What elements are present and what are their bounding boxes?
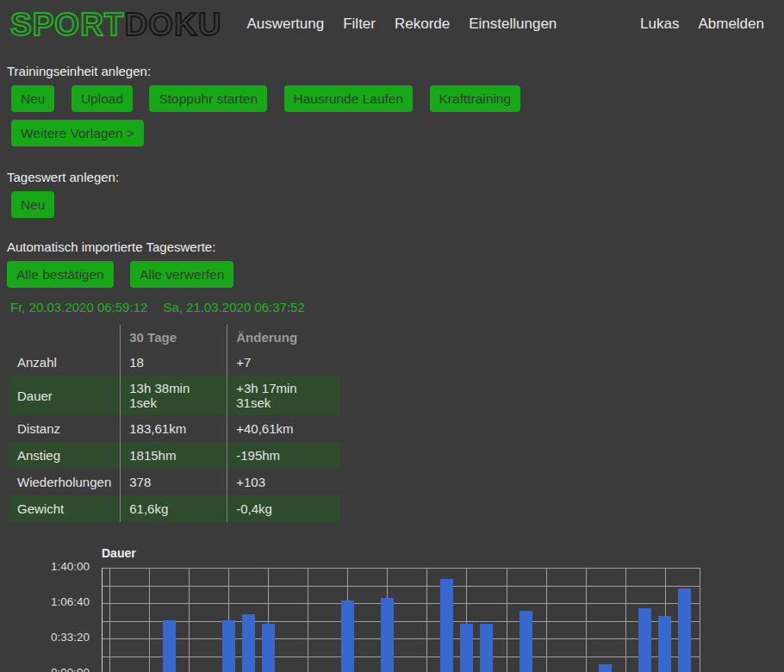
header-aenderung: Änderung: [227, 325, 341, 349]
navbar: SPORTDOKU Auswertung Filter Rekorde Eins…: [0, 0, 784, 48]
training-section-label: Trainingseinheit anlegen:: [7, 64, 777, 78]
chart-title: Dauer: [102, 546, 136, 560]
training-buttons-row: Neu Upload Stoppuhr starten Hausrunde La…: [11, 85, 777, 120]
duration-bar: [638, 608, 651, 672]
metric-change: +40,61km: [227, 415, 341, 442]
y-tick-label: 1:40:00: [7, 560, 90, 573]
table-row-wiederholungen: Wiederholungen 378 +103: [9, 469, 340, 495]
weitere-vorlagen-button[interactable]: Weitere Vorlagen >: [11, 120, 144, 146]
neu-tageswert-button[interactable]: Neu: [11, 191, 54, 218]
duration-bar: [599, 664, 612, 672]
table-row-dauer: Dauer 13h 38min 1sek +3h 17min 31sek: [9, 376, 340, 415]
v-gridline: [625, 569, 626, 672]
neu-training-button[interactable]: Neu: [11, 85, 54, 112]
tageswert-section-label: Tageswert anlegen:: [7, 170, 777, 184]
v-gridline: [149, 569, 150, 672]
metric-change: +103: [227, 469, 341, 495]
auto-import-section-label: Automatisch importierte Tageswerte:: [7, 240, 777, 254]
training-buttons-row2: Weitere Vorlagen >: [11, 120, 777, 154]
logo-doku: DOKU: [124, 7, 221, 42]
duration-bar: [341, 600, 354, 672]
v-gridline: [109, 569, 110, 672]
v-gridline: [586, 569, 587, 672]
metric-label: Anzahl: [9, 349, 121, 376]
metric-value: 378: [121, 469, 227, 495]
table-row-anstieg: Anstieg 1815hm -195hm: [9, 442, 340, 469]
header-30-tage: 30 Tage: [121, 325, 227, 349]
v-gridline: [308, 569, 308, 672]
duration-bar: [440, 579, 453, 672]
duration-bar: [480, 624, 493, 672]
stoppuhr-starten-button[interactable]: Stoppuhr starten: [149, 85, 267, 112]
upload-button[interactable]: Upload: [72, 85, 133, 112]
duration-chart-plot: [102, 568, 700, 672]
imported-value-link-1[interactable]: Fr, 20.03.2020 06:59:12: [10, 300, 147, 314]
duration-bar: [163, 620, 176, 672]
duration-bar: [460, 624, 473, 672]
metric-label: Wiederholungen: [9, 469, 121, 495]
metric-label: Dauer: [9, 376, 121, 415]
alle-verwerfen-button[interactable]: Alle verwerfen: [130, 261, 233, 288]
header-empty: [9, 325, 121, 349]
table-row-anzahl: Anzahl 18 +7: [9, 349, 340, 376]
metric-change: +7: [227, 349, 341, 376]
hausrunde-laufen-button[interactable]: Hausrunde Laufen: [284, 85, 414, 112]
h-gridline: [103, 638, 700, 639]
metric-change: -0,4kg: [227, 495, 341, 522]
h-gridline: [103, 603, 700, 604]
metric-label: Gewicht: [9, 495, 121, 522]
nav-rekorde[interactable]: Rekorde: [395, 16, 450, 33]
v-gridline: [426, 569, 427, 672]
auto-import-buttons-row: Alle bestätigen Alle verwerfen: [7, 261, 777, 296]
h-gridline: [103, 621, 700, 622]
metric-value: 18: [121, 349, 227, 376]
nav-filter[interactable]: Filter: [343, 16, 376, 33]
metric-value: 183,61km: [121, 415, 227, 442]
summary-header-row: 30 Tage Änderung: [9, 325, 340, 349]
krafttraining-button[interactable]: Krafttraining: [430, 85, 521, 112]
duration-bar: [658, 616, 671, 672]
main-content: Trainingseinheit anlegen: Neu Upload Sto…: [0, 48, 784, 672]
metric-label: Anstieg: [9, 442, 121, 469]
v-gridline: [546, 569, 547, 672]
alle-bestaetigen-button[interactable]: Alle bestätigen: [7, 261, 114, 288]
duration-bar: [222, 620, 235, 672]
duration-chart: Dauer 0:00:000:33:201:06:401:40:0021. Fe…: [7, 546, 777, 672]
duration-bar: [678, 588, 691, 672]
app-logo[interactable]: SPORTDOKU: [10, 9, 221, 40]
metric-change: +3h 17min 31sek: [227, 376, 341, 415]
imported-value-link-2[interactable]: Sa, 21.03.2020 06:37:52: [163, 300, 304, 314]
duration-bar: [242, 614, 255, 672]
duration-bar: [520, 611, 532, 672]
logo-sport: SPORT: [10, 7, 124, 42]
nav-abmelden[interactable]: Abmelden: [698, 16, 764, 33]
y-tick-label: 0:33:20: [7, 631, 90, 644]
nav-auswertung[interactable]: Auswertung: [246, 16, 324, 33]
duration-bar: [381, 598, 394, 672]
table-row-gewicht: Gewicht 61,6kg -0,4kg: [9, 495, 340, 522]
metric-label: Distanz: [9, 415, 121, 442]
v-gridline: [189, 569, 190, 672]
h-gridline: [103, 656, 700, 657]
metric-change: -195hm: [227, 442, 341, 469]
y-tick-label: 1:06:40: [7, 595, 90, 608]
duration-bar: [262, 624, 275, 672]
metric-value: 61,6kg: [121, 495, 227, 522]
table-row-distanz: Distanz 183,61km +40,61km: [9, 415, 340, 442]
nav-user[interactable]: Lukas: [640, 16, 679, 33]
summary-table: 30 Tage Änderung Anzahl 18 +7 Dauer 13h …: [9, 325, 340, 522]
nav-einstellungen[interactable]: Einstellungen: [469, 16, 557, 33]
v-gridline: [507, 569, 507, 672]
h-gridline: [103, 586, 700, 587]
imported-values-links: Fr, 20.03.2020 06:59:12 Sa, 21.03.2020 0…: [10, 300, 777, 314]
tageswert-buttons-row: Neu: [11, 191, 777, 226]
y-tick-label: 0:00:00: [7, 666, 90, 672]
metric-value: 13h 38min 1sek: [121, 376, 227, 415]
metric-value: 1815hm: [121, 442, 227, 469]
